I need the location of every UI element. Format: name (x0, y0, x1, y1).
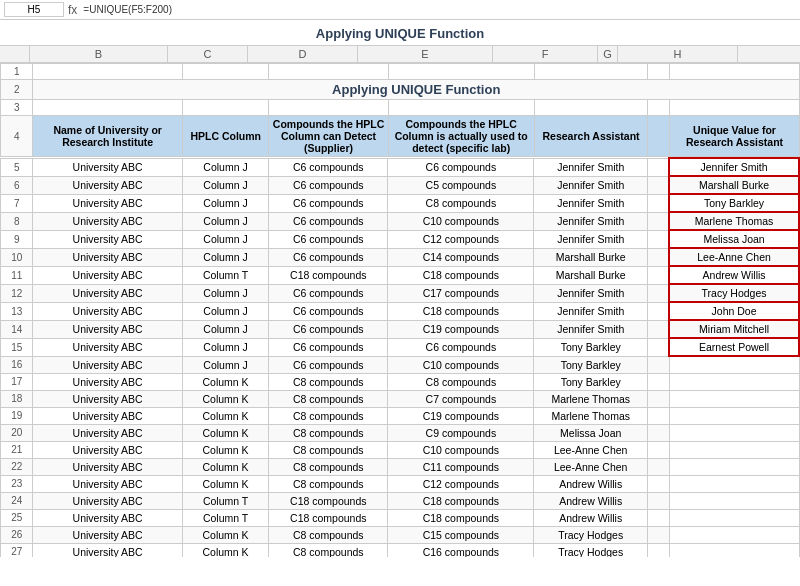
cell-h26[interactable] (669, 526, 799, 543)
cell-f16[interactable]: Tony Barkley (534, 356, 648, 373)
cell-d6[interactable]: C6 compounds (269, 176, 388, 194)
cell-h1[interactable] (670, 64, 800, 80)
cell-g19[interactable] (647, 407, 669, 424)
cell-e6[interactable]: C5 compounds (388, 176, 534, 194)
cell-g23[interactable] (647, 475, 669, 492)
cell-h21[interactable] (669, 441, 799, 458)
cell-e27[interactable]: C16 compounds (388, 543, 534, 557)
cell-c21[interactable]: Column K (182, 441, 269, 458)
cell-c5[interactable]: Column J (182, 158, 269, 176)
cell-b13[interactable]: University ABC (33, 302, 182, 320)
cell-b9[interactable]: University ABC (33, 230, 182, 248)
cell-c17[interactable]: Column K (182, 373, 269, 390)
cell-f3[interactable] (534, 100, 648, 116)
cell-c1[interactable] (182, 64, 269, 80)
cell-g8[interactable] (647, 212, 669, 230)
cell-d27[interactable]: C8 compounds (269, 543, 388, 557)
cell-c22[interactable]: Column K (182, 458, 269, 475)
cell-d23[interactable]: C8 compounds (269, 475, 388, 492)
cell-e21[interactable]: C10 compounds (388, 441, 534, 458)
cell-e26[interactable]: C15 compounds (388, 526, 534, 543)
cell-h12[interactable]: Tracy Hodges (669, 284, 799, 302)
name-box[interactable] (4, 2, 64, 17)
cell-d16[interactable]: C6 compounds (269, 356, 388, 373)
cell-f26[interactable]: Tracy Hodges (534, 526, 648, 543)
cell-b27[interactable]: University ABC (33, 543, 182, 557)
cell-d21[interactable]: C8 compounds (269, 441, 388, 458)
cell-c3[interactable] (182, 100, 269, 116)
cell-f25[interactable]: Andrew Willis (534, 509, 648, 526)
cell-e25[interactable]: C18 compounds (388, 509, 534, 526)
cell-h18[interactable] (669, 390, 799, 407)
cell-g7[interactable] (647, 194, 669, 212)
cell-g5[interactable] (647, 158, 669, 176)
cell-d9[interactable]: C6 compounds (269, 230, 388, 248)
cell-d24[interactable]: C18 compounds (269, 492, 388, 509)
cell-g13[interactable] (647, 302, 669, 320)
cell-g20[interactable] (647, 424, 669, 441)
cell-g9[interactable] (647, 230, 669, 248)
cell-g12[interactable] (647, 284, 669, 302)
cell-f1[interactable] (534, 64, 648, 80)
cell-g14[interactable] (647, 320, 669, 338)
cell-b19[interactable]: University ABC (33, 407, 182, 424)
cell-b5[interactable]: University ABC (33, 158, 182, 176)
cell-f5[interactable]: Jennifer Smith (534, 158, 648, 176)
cell-h22[interactable] (669, 458, 799, 475)
cell-d1[interactable] (269, 64, 388, 80)
cell-c10[interactable]: Column J (182, 248, 269, 266)
cell-e9[interactable]: C12 compounds (388, 230, 534, 248)
cell-h23[interactable] (669, 475, 799, 492)
cell-c19[interactable]: Column K (182, 407, 269, 424)
cell-d22[interactable]: C8 compounds (269, 458, 388, 475)
cell-b15[interactable]: University ABC (33, 338, 182, 356)
cell-f6[interactable]: Jennifer Smith (534, 176, 648, 194)
cell-b10[interactable]: University ABC (33, 248, 182, 266)
cell-e13[interactable]: C18 compounds (388, 302, 534, 320)
cell-e17[interactable]: C8 compounds (388, 373, 534, 390)
cell-d18[interactable]: C8 compounds (269, 390, 388, 407)
cell-c25[interactable]: Column T (182, 509, 269, 526)
cell-h5[interactable]: Jennifer Smith (669, 158, 799, 176)
cell-f15[interactable]: Tony Barkley (534, 338, 648, 356)
cell-c13[interactable]: Column J (182, 302, 269, 320)
cell-b24[interactable]: University ABC (33, 492, 182, 509)
cell-c24[interactable]: Column T (182, 492, 269, 509)
cell-b6[interactable]: University ABC (33, 176, 182, 194)
cell-e19[interactable]: C19 compounds (388, 407, 534, 424)
cell-b17[interactable]: University ABC (33, 373, 182, 390)
cell-e3[interactable] (388, 100, 534, 116)
cell-h14[interactable]: Miriam Mitchell (669, 320, 799, 338)
cell-h13[interactable]: John Doe (669, 302, 799, 320)
cell-c18[interactable]: Column K (182, 390, 269, 407)
cell-f18[interactable]: Marlene Thomas (534, 390, 648, 407)
cell-h25[interactable] (669, 509, 799, 526)
cell-b22[interactable]: University ABC (33, 458, 182, 475)
cell-g25[interactable] (647, 509, 669, 526)
cell-g10[interactable] (647, 248, 669, 266)
cell-g21[interactable] (647, 441, 669, 458)
cell-g11[interactable] (647, 266, 669, 284)
cell-e16[interactable]: C10 compounds (388, 356, 534, 373)
cell-c9[interactable]: Column J (182, 230, 269, 248)
cell-e20[interactable]: C9 compounds (388, 424, 534, 441)
cell-f20[interactable]: Melissa Joan (534, 424, 648, 441)
cell-e7[interactable]: C8 compounds (388, 194, 534, 212)
cell-e8[interactable]: C10 compounds (388, 212, 534, 230)
cell-f12[interactable]: Jennifer Smith (534, 284, 648, 302)
cell-g17[interactable] (647, 373, 669, 390)
cell-f24[interactable]: Andrew Willis (534, 492, 648, 509)
cell-e23[interactable]: C12 compounds (388, 475, 534, 492)
cell-b18[interactable]: University ABC (33, 390, 182, 407)
cell-b26[interactable]: University ABC (33, 526, 182, 543)
cell-f8[interactable]: Jennifer Smith (534, 212, 648, 230)
cell-b25[interactable]: University ABC (33, 509, 182, 526)
cell-f21[interactable]: Lee-Anne Chen (534, 441, 648, 458)
cell-c12[interactable]: Column J (182, 284, 269, 302)
cell-c11[interactable]: Column T (182, 266, 269, 284)
cell-d15[interactable]: C6 compounds (269, 338, 388, 356)
cell-e10[interactable]: C14 compounds (388, 248, 534, 266)
cell-h20[interactable] (669, 424, 799, 441)
cell-c20[interactable]: Column K (182, 424, 269, 441)
cell-c16[interactable]: Column J (182, 356, 269, 373)
